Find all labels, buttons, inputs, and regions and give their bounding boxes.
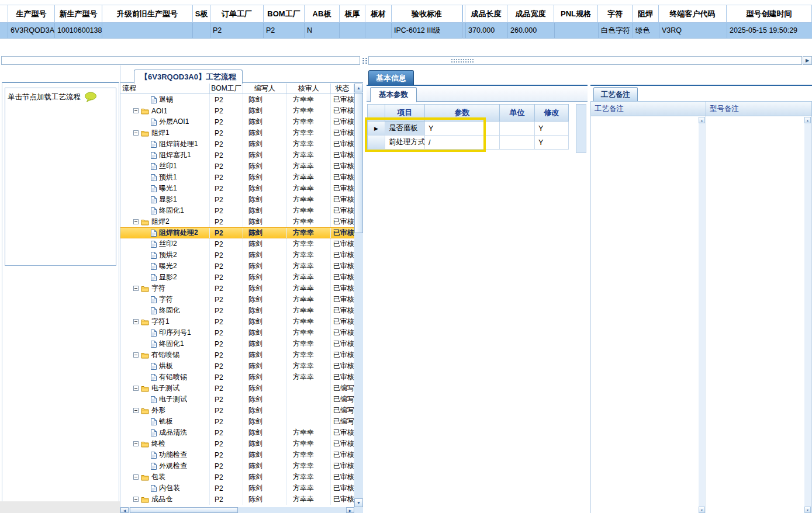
- flow-horizontal-scrollbar[interactable]: ◀ ▶: [120, 507, 354, 513]
- status-cell: 已审核: [331, 327, 354, 338]
- flow-row[interactable]: 终固化1P2陈剑方幸幸已审核: [120, 205, 354, 216]
- param-column-header[interactable]: 单位: [500, 104, 535, 122]
- param-column-header[interactable]: 修改: [535, 104, 569, 122]
- scroll-up-button[interactable]: ▲: [804, 117, 811, 123]
- flow-column-header[interactable]: 核审人: [287, 84, 331, 93]
- reviewer-cell: 方幸幸: [287, 238, 331, 249]
- tree-collapse-icon[interactable]: [133, 352, 139, 358]
- writer-cell: 陈剑: [243, 216, 287, 227]
- flow-vertical-scrollbar[interactable]: ▲ ▼: [354, 84, 363, 507]
- reviewer-cell: [287, 416, 331, 427]
- scroll-gripper-icon[interactable]: [451, 58, 474, 64]
- splitter-grip-icon[interactable]: [362, 57, 367, 64]
- flow-row[interactable]: 阻焊1P2陈剑方幸幸已审核: [120, 127, 354, 138]
- tree-collapse-icon[interactable]: [133, 130, 139, 136]
- model-notes-scrollbar[interactable]: ▲ ▼: [804, 117, 811, 513]
- process-notes-scrollbar[interactable]: ▲ ▼: [699, 117, 705, 513]
- flow-node-cell: 丝印1: [120, 161, 210, 172]
- flow-row[interactable]: 预烘2P2陈剑方幸幸已审核: [120, 249, 354, 261]
- tab-basic-params[interactable]: 基本参数: [370, 87, 417, 102]
- flow-row[interactable]: 成品清洗P2陈剑方幸幸已审核: [120, 427, 354, 438]
- tree-collapse-icon[interactable]: [133, 474, 139, 480]
- tree-collapse-icon[interactable]: [133, 286, 139, 291]
- flow-row[interactable]: 有铅喷锡P2陈剑方幸幸已审核: [120, 349, 354, 361]
- flow-row[interactable]: 铣板P2陈剑已编写: [120, 416, 354, 427]
- flow-row[interactable]: 成品仓P2陈剑方幸幸已审核: [120, 494, 354, 505]
- param-column-header[interactable]: 参数: [425, 104, 500, 122]
- flow-row[interactable]: 内包装P2陈剑方幸幸已审核: [120, 483, 354, 494]
- param-row[interactable]: ▶是否磨板YY: [367, 122, 569, 136]
- scroll-down-button[interactable]: ▼: [804, 507, 811, 513]
- right-hscroll-track[interactable]: [368, 56, 802, 65]
- model-summary-value-row[interactable]: 6V3RQOD3A010010600138254P2P2NIPC-6012 II…: [0, 23, 812, 39]
- scroll-up-button[interactable]: ▲: [354, 84, 363, 92]
- writer-cell: 陈剑: [243, 438, 287, 449]
- scroll-right-button[interactable]: ▶: [803, 56, 812, 65]
- tree-collapse-icon[interactable]: [133, 108, 139, 113]
- flow-row[interactable]: 预烘1P2陈剑方幸幸已审核: [120, 172, 354, 183]
- flow-node-label: 曝光1: [159, 183, 177, 193]
- vertical-scroll-thumb[interactable]: [354, 93, 363, 233]
- left-hscroll-track[interactable]: [1, 56, 360, 65]
- flow-row-selected[interactable]: 阻焊前处理2P2陈剑方幸幸已审核: [120, 227, 354, 238]
- scroll-down-button[interactable]: ▼: [699, 507, 705, 513]
- param-column-header[interactable]: 项目: [385, 104, 425, 122]
- flow-row[interactable]: 有铅喷锡P2陈剑方幸幸已审核: [120, 372, 354, 383]
- flow-row[interactable]: 曝光1P2陈剑方幸幸已审核: [120, 183, 354, 194]
- hint-box: 单击节点加载工艺流程: [5, 88, 116, 266]
- flow-row[interactable]: 字符P2陈剑方幸幸已审核: [120, 283, 354, 294]
- flow-row[interactable]: 电子测试P2陈剑已编写: [120, 383, 354, 394]
- flow-column-header[interactable]: BOM工厂: [210, 84, 243, 93]
- flow-node-label: 成品清洗: [159, 428, 187, 438]
- flow-row[interactable]: 终检P2陈剑方幸幸已审核: [120, 438, 354, 449]
- flow-node-cell: 外观检查: [120, 460, 210, 472]
- folder-icon: [141, 441, 149, 448]
- param-scrollbar[interactable]: [576, 104, 586, 153]
- process-notes-area[interactable]: ▲ ▼: [590, 116, 706, 513]
- flow-column-header[interactable]: 流程: [120, 84, 210, 93]
- tree-collapse-icon[interactable]: [133, 219, 139, 224]
- tab-basic-info[interactable]: 基本信息: [368, 70, 414, 85]
- tree-collapse-icon[interactable]: [133, 441, 139, 446]
- horizontal-scroll-thumb[interactable]: [130, 507, 238, 513]
- flow-row[interactable]: 包装P2陈剑方幸幸已审核: [120, 472, 354, 483]
- flow-row[interactable]: 阻焊塞孔1P2陈剑方幸幸已审核: [120, 150, 354, 161]
- param-row[interactable]: 前处理方式/Y: [367, 136, 569, 150]
- flow-column-header[interactable]: 编写人: [243, 84, 287, 93]
- flow-row[interactable]: 显影1P2陈剑方幸幸已审核: [120, 194, 354, 205]
- flow-row[interactable]: 烘板P2陈剑方幸幸已审核: [120, 361, 354, 372]
- flow-row[interactable]: 外形P2陈剑已编写: [120, 405, 354, 416]
- flow-row[interactable]: 丝印2P2陈剑方幸幸已审核: [120, 238, 354, 249]
- flow-column-header[interactable]: 状态: [331, 84, 354, 93]
- flow-row[interactable]: 曝光2P2陈剑方幸幸已审核: [120, 261, 354, 272]
- flow-row[interactable]: 终固化P2陈剑方幸幸已审核: [120, 305, 354, 316]
- tree-collapse-icon[interactable]: [133, 497, 139, 502]
- flow-row[interactable]: 丝印1P2陈剑方幸幸已审核: [120, 161, 354, 172]
- tab-process-flow[interactable]: 【6V3RQOD3A0】工艺流程: [134, 70, 243, 84]
- flow-row[interactable]: 字符1P2陈剑方幸幸已审核: [120, 316, 354, 327]
- tree-collapse-icon[interactable]: [133, 386, 139, 391]
- flow-row[interactable]: 外观检查P2陈剑方幸幸已审核: [120, 460, 354, 472]
- flow-row[interactable]: 功能检查P2陈剑方幸幸已审核: [120, 449, 354, 460]
- reviewer-cell: 方幸幸: [287, 327, 331, 338]
- scroll-down-button[interactable]: ▼: [354, 498, 363, 507]
- model-notes-area[interactable]: ▲ ▼: [706, 116, 812, 513]
- tree-collapse-icon[interactable]: [133, 319, 139, 324]
- tab-process-notes[interactable]: 工艺备注: [593, 87, 638, 102]
- scroll-right-button[interactable]: ▶: [346, 507, 354, 513]
- tree-collapse-icon[interactable]: [133, 408, 139, 413]
- scroll-left-button[interactable]: ◀: [120, 507, 129, 513]
- flow-row[interactable]: 印序列号1P2陈剑方幸幸已审核: [120, 327, 354, 338]
- row-selector-cell[interactable]: [0, 23, 8, 39]
- flow-row[interactable]: 字符P2陈剑方幸幸已审核: [120, 294, 354, 305]
- flow-row[interactable]: 外层AOI1P2陈剑方幸幸已审核: [120, 116, 354, 127]
- flow-node-cell: 外层AOI1: [120, 116, 210, 127]
- flow-row[interactable]: 终固化1P2陈剑方幸幸已审核: [120, 338, 354, 349]
- flow-row[interactable]: AOI1P2陈剑方幸幸已审核: [120, 105, 354, 116]
- flow-row[interactable]: 阻焊前处理1P2陈剑方幸幸已审核: [120, 138, 354, 150]
- flow-row[interactable]: 显影2P2陈剑方幸幸已审核: [120, 272, 354, 283]
- flow-row[interactable]: 电子测试P2陈剑已编写: [120, 394, 354, 405]
- flow-row[interactable]: 退锡P2陈剑方幸幸已审核: [120, 94, 354, 105]
- scroll-up-button[interactable]: ▲: [699, 117, 705, 123]
- flow-row[interactable]: 阻焊2P2陈剑方幸幸已审核: [120, 216, 354, 227]
